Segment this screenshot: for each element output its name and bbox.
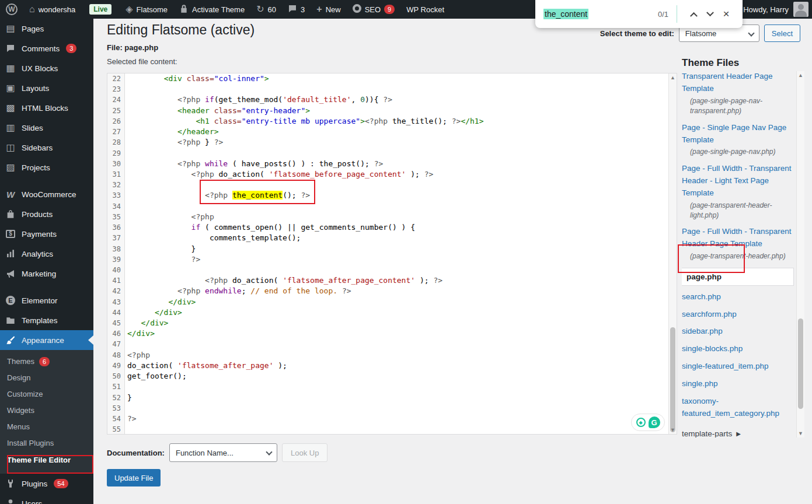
code-line: 38 } [107, 244, 668, 254]
documentation-dropdown[interactable]: Function Name... [169, 443, 277, 462]
line-number: 31 [107, 169, 125, 180]
line-number: 42 [107, 286, 125, 296]
line-number: 28 [107, 137, 125, 148]
code-text: </div> [125, 307, 182, 318]
sidebar-item-appearance[interactable]: Appearance [0, 330, 93, 350]
find-close-button[interactable]: × [718, 6, 734, 22]
line-number: 25 [107, 106, 125, 116]
adminbar-item-wordpress-menu[interactable]: W [0, 0, 23, 19]
code-line: 25 <header class="entry-header"> [107, 106, 668, 116]
find-input[interactable]: the_content [543, 9, 588, 19]
sidebar-item-label: Pages [22, 24, 44, 33]
sidebar-subitem-install-plugins[interactable]: Install Plugins [0, 435, 93, 452]
find-previous-button[interactable] [685, 6, 702, 22]
theme-file-link[interactable]: Transparent Header Page Template [682, 71, 794, 95]
line-number: 45 [107, 318, 125, 328]
sidebar-subitem-label: Theme File Editor [7, 452, 71, 468]
theme-file-link[interactable]: Page - Full Width - Transparent Header P… [682, 226, 794, 250]
adminbar-item-label: 60 [268, 5, 276, 14]
theme-file-link[interactable]: sidebar.php [682, 326, 794, 338]
select-theme-button[interactable]: Select [764, 24, 800, 42]
adminbar-item-seo[interactable]: SEO9 [347, 0, 401, 19]
code-line: 42 <?php endwhile; // end of the loop. ?… [107, 286, 668, 296]
sidebar-item-elementor[interactable]: EElementor [0, 290, 93, 310]
adminbar-item-comments[interactable]: 3 [282, 0, 311, 19]
lookup-button[interactable]: Look Up [282, 443, 327, 462]
sidebar-item-label: Comments [22, 44, 60, 53]
adminbar-item-flatsome-menu[interactable]: ◈Flatsome [120, 0, 173, 19]
editor-scrollbar[interactable]: ▲ ▼ [668, 74, 677, 434]
line-number: 44 [107, 307, 125, 318]
sidebar-subitem-widgets[interactable]: Widgets [0, 402, 93, 419]
code-line: 22 <div class="col-inner"> [107, 74, 668, 84]
sidebar-item-payments[interactable]: $Payments [0, 224, 93, 244]
adminbar-item-updates[interactable]: ↻60 [250, 0, 282, 19]
projects-icon: ▨ [5, 163, 16, 172]
adminbar-item-new-content[interactable]: +New [311, 0, 346, 19]
documentation-label: Documentation: [107, 449, 165, 457]
adminbar-item-site-name[interactable]: ⌂wondersha [23, 0, 81, 19]
analytics-icon [5, 249, 16, 258]
theme-file-link[interactable]: Page - Single Page Nav Page Template [682, 122, 794, 146]
sidebar-subitem-design[interactable]: Design [0, 370, 93, 386]
grammarly-icon: G [649, 416, 660, 428]
theme-file-link[interactable]: single.php [682, 378, 794, 390]
theme-files-scrollbar-thumb[interactable] [798, 318, 803, 409]
code-editor[interactable]: 22 <div class="col-inner">2324 <?php if(… [107, 73, 677, 435]
sidebar-item-html-blocks[interactable]: ▩HTML Blocks [0, 98, 93, 118]
sidebar-item-plugins[interactable]: Plugins54 [0, 474, 93, 494]
update-file-button[interactable]: Update File [107, 469, 161, 487]
sidebar-subitem-menus[interactable]: Menus [0, 419, 93, 435]
code-text: <?php [125, 212, 214, 222]
theme-file-link[interactable]: single-blocks.php [682, 343, 794, 355]
adminbar-item-activate-theme[interactable]: Activate Theme [173, 0, 250, 19]
theme-file-active-page.php[interactable]: page.php [682, 268, 794, 286]
sidebar-item-templates[interactable]: Templates [0, 310, 93, 330]
scroll-down-arrow-icon[interactable]: ▼ [797, 429, 804, 438]
writing-assistant-widget[interactable]: ◆ G [631, 414, 665, 431]
code-line: 26 <h1 class="entry-title mb uppercase">… [107, 116, 668, 127]
sidebar-subitem-label: Install Plugins [7, 435, 54, 452]
scroll-down-arrow-icon[interactable]: ▼ [669, 426, 677, 434]
theme-file-link[interactable]: search.php [682, 291, 794, 303]
find-next-button[interactable] [702, 6, 718, 22]
code-line: 50get_footer(); [107, 371, 668, 382]
sidebar-item-label: Templates [22, 316, 58, 325]
code-area[interactable]: 22 <div class="col-inner">2324 <?php if(… [107, 74, 668, 434]
code-line: 43 </div> [107, 297, 668, 307]
theme-file-link[interactable]: Page - Full Width - Transparent Header -… [682, 163, 794, 200]
user-account-menu[interactable]: Howdy, Harry [743, 0, 808, 19]
code-line: 40 [107, 265, 668, 275]
theme-file-link[interactable]: searchform.php [682, 309, 794, 321]
sidebar-subitem-themes[interactable]: Themes6 [0, 354, 93, 370]
code-line: 35 <?php [107, 212, 668, 222]
theme-files-scrollbar[interactable]: ▲ ▼ [796, 71, 804, 438]
adminbar-item-wp-rocket[interactable]: WP Rocket [400, 0, 450, 19]
theme-file-path: (page-single-page-nav.php) [682, 147, 794, 157]
adminbar-item-label: Flatsome [137, 5, 168, 14]
theme-file-link[interactable]: taxonomy-featured_item_category.php [682, 396, 794, 420]
sidebar-item-comments[interactable]: Comments3 [0, 38, 93, 58]
sidebar-item-projects[interactable]: ▨Projects [0, 158, 93, 177]
sidebar-item-sidebars[interactable]: ◫Sidebars [0, 138, 93, 158]
theme-folder-template-parts[interactable]: template-parts▶ [682, 429, 794, 438]
sidebar-item-pages[interactable]: ▤Pages [0, 19, 93, 38]
sidebar-item-users[interactable]: Users [0, 494, 93, 504]
theme-file-link[interactable]: single-featured_item.php [682, 360, 794, 373]
sidebar-item-analytics[interactable]: Analytics [0, 244, 93, 264]
line-number: 50 [107, 371, 125, 382]
sidebar-item-layouts[interactable]: ▣Layouts [0, 78, 93, 98]
sidebar-item-slides[interactable]: ▥Slides [0, 118, 93, 138]
sidebar-item-woocommerce[interactable]: WWooCommerce [0, 184, 93, 204]
scroll-up-arrow-icon[interactable]: ▲ [797, 71, 804, 79]
scroll-up-arrow-icon[interactable]: ▲ [669, 74, 677, 82]
sidebar-item-ux-blocks[interactable]: ▦UX Blocks [0, 58, 93, 78]
code-text [125, 265, 127, 275]
adminbar-item-live-badge[interactable]: Live [81, 0, 120, 19]
sidebar-item-marketing[interactable]: Marketing [0, 264, 93, 284]
home-icon: ⌂ [29, 5, 35, 14]
sidebar-subitem-customize[interactable]: Customize [0, 386, 93, 402]
sidebar-item-products[interactable]: Products [0, 204, 93, 224]
editor-scrollbar-thumb[interactable] [670, 327, 675, 432]
sidebar-subitem-theme-file-editor[interactable]: Theme File Editor [0, 452, 93, 469]
